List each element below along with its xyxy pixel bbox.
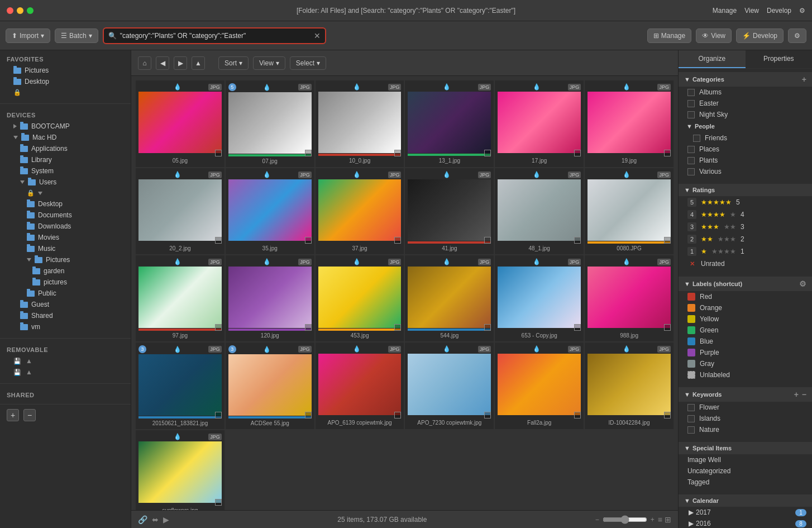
thumb-select-4[interactable] bbox=[574, 150, 581, 156]
sidebar-item-bootcamp[interactable]: BOOTCAMP bbox=[0, 121, 131, 132]
panel-item-nature[interactable]: Nature bbox=[679, 424, 812, 435]
list-view-icon[interactable]: ≡ bbox=[658, 515, 662, 524]
thumb-cell-23[interactable]: 💧JPGID-10042284.jpg bbox=[585, 343, 674, 429]
labels-settings-icon[interactable]: ⚙ bbox=[799, 279, 806, 288]
develop-button[interactable]: Develop bbox=[767, 7, 791, 15]
settings-icon[interactable]: ⚙ bbox=[799, 7, 805, 15]
panel-item-r4[interactable]: 4 ★★★★★ 4 bbox=[679, 208, 812, 221]
thumb-cell-9[interactable]: 💧JPG41.jpg bbox=[405, 168, 494, 254]
panel-item-friends[interactable]: Friends bbox=[679, 132, 812, 144]
thumb-select-0[interactable] bbox=[215, 150, 222, 156]
add-category-button[interactable]: + bbox=[802, 75, 806, 84]
sidebar-item-system[interactable]: System bbox=[0, 165, 131, 177]
manage-nav-button[interactable]: ⊞ Manage bbox=[647, 28, 691, 43]
islands-checkbox[interactable] bbox=[687, 415, 695, 422]
panel-item-unrated[interactable]: ✕ Unrated bbox=[679, 258, 812, 270]
thumb-select-21[interactable] bbox=[484, 412, 491, 418]
extra-button[interactable]: ⚙ bbox=[788, 28, 806, 43]
thumb-select-11[interactable] bbox=[664, 237, 671, 244]
sidebar-item-garden[interactable]: garden bbox=[0, 265, 131, 277]
thumb-select-3[interactable] bbox=[484, 150, 491, 156]
panel-item-blue[interactable]: Blue bbox=[679, 336, 812, 347]
thumb-select-19[interactable] bbox=[305, 412, 312, 418]
night-sky-checkbox[interactable] bbox=[687, 111, 695, 118]
sidebar-item-pictures2[interactable]: Pictures bbox=[0, 254, 131, 265]
sidebar-item-removable2[interactable]: 💾 ▲ bbox=[0, 367, 131, 378]
flower-checkbox[interactable] bbox=[687, 404, 695, 411]
view-button[interactable]: View bbox=[744, 7, 759, 15]
remove-sidebar-button[interactable]: − bbox=[23, 409, 36, 421]
add-keyword-button[interactable]: + bbox=[794, 390, 799, 399]
sidebar-item-lock2[interactable]: 🔒 bbox=[0, 188, 131, 198]
view-nav-button[interactable]: 👁 View bbox=[696, 28, 732, 43]
panel-item-unlabeled[interactable]: Unlabeled bbox=[679, 369, 812, 380]
panel-item-orange[interactable]: Orange bbox=[679, 302, 812, 313]
calendar-item-2017[interactable]: ▶ 2017 1 bbox=[679, 507, 812, 518]
sidebar-item-desktop[interactable]: Desktop bbox=[0, 76, 131, 87]
thumb-cell-24[interactable]: 💧JPGsunflowers.jpg bbox=[136, 430, 225, 510]
calendar-header[interactable]: ▼ Calendar bbox=[679, 494, 812, 507]
keywords-header[interactable]: ▼ Keywords + − bbox=[679, 387, 812, 402]
thumb-cell-6[interactable]: 💧JPG20_2.jpg bbox=[136, 168, 225, 254]
thumb-cell-4[interactable]: 💧JPG17.jpg bbox=[495, 80, 584, 167]
thumb-select-12[interactable] bbox=[215, 324, 222, 331]
special-item-tagged[interactable]: Tagged bbox=[679, 477, 812, 488]
search-bar[interactable]: 🔍 ✕ bbox=[103, 27, 326, 44]
plants-checkbox[interactable] bbox=[687, 157, 695, 164]
panel-item-easter[interactable]: Easter bbox=[679, 98, 812, 109]
link-icon[interactable]: 🔗 bbox=[138, 515, 147, 524]
panel-item-albums[interactable]: Albums bbox=[679, 87, 812, 98]
sidebar-item-removable1[interactable]: 💾 ▲ bbox=[0, 355, 131, 367]
thumb-cell-1[interactable]: 5💧JPG07.jpg bbox=[226, 80, 314, 167]
panel-item-plants[interactable]: Plants bbox=[679, 155, 812, 166]
thumb-cell-17[interactable]: 💧JPG988.jpg bbox=[585, 255, 674, 341]
panel-item-islands[interactable]: Islands bbox=[679, 413, 812, 424]
panel-item-r5[interactable]: 5 ★★★★★ 5 bbox=[679, 196, 812, 208]
panel-item-green[interactable]: Green bbox=[679, 325, 812, 336]
thumb-cell-14[interactable]: 💧JPG453.jpg bbox=[316, 255, 404, 341]
thumb-cell-7[interactable]: 💧JPG35.jpg bbox=[226, 168, 314, 254]
people-subheader[interactable]: ▼ People bbox=[679, 120, 812, 132]
thumb-cell-22[interactable]: 💧JPGFall2a.jpg bbox=[495, 343, 584, 429]
sidebar-item-users[interactable]: Users bbox=[0, 177, 131, 188]
easter-checkbox[interactable] bbox=[687, 100, 695, 107]
thumb-select-9[interactable] bbox=[484, 237, 491, 244]
thumb-cell-8[interactable]: 💧JPG37.jpg bbox=[316, 168, 404, 254]
various-checkbox[interactable] bbox=[687, 168, 695, 175]
special-item-image-well[interactable]: Image Well bbox=[679, 454, 812, 465]
albums-checkbox[interactable] bbox=[687, 89, 695, 96]
back-button[interactable]: ◀ bbox=[156, 56, 169, 70]
thumb-select-17[interactable] bbox=[664, 324, 671, 331]
panel-item-gray[interactable]: Gray bbox=[679, 358, 812, 369]
develop-nav-button[interactable]: ⚡ Develop bbox=[736, 28, 784, 43]
batch-button[interactable]: ☰ Batch ▾ bbox=[55, 28, 98, 43]
panel-item-purple[interactable]: Purple bbox=[679, 347, 812, 358]
panel-item-red[interactable]: Red bbox=[679, 291, 812, 302]
remove-keyword-button[interactable]: − bbox=[802, 390, 806, 399]
nature-checkbox[interactable] bbox=[687, 426, 695, 434]
sidebar-item-library[interactable]: Library bbox=[0, 154, 131, 165]
sidebar-item-applications[interactable]: Applications bbox=[0, 143, 131, 154]
special-items-header[interactable]: ▼ Special Items bbox=[679, 442, 812, 454]
friends-checkbox[interactable] bbox=[693, 135, 700, 142]
sort-button[interactable]: Sort ▾ bbox=[218, 56, 249, 70]
sidebar-item-guest[interactable]: Guest bbox=[0, 299, 131, 310]
compare-icon[interactable]: ⬌ bbox=[152, 515, 159, 524]
zoom-out-button[interactable]: − bbox=[595, 516, 599, 524]
thumb-cell-20[interactable]: 💧JPGAPO_6139 copiewtmk.jpg bbox=[316, 343, 404, 429]
thumb-cell-10[interactable]: 💧JPG48_1.jpg bbox=[495, 168, 584, 254]
up-button[interactable]: ▲ bbox=[192, 56, 205, 70]
sidebar-item-vm[interactable]: vm bbox=[0, 321, 131, 332]
ratings-header[interactable]: ▼ Ratings bbox=[679, 184, 812, 196]
manage-button[interactable]: Manage bbox=[713, 7, 737, 15]
tab-properties[interactable]: Properties bbox=[746, 50, 813, 68]
thumb-cell-3[interactable]: 💧JPG13_1.jpg bbox=[405, 80, 494, 167]
thumb-cell-18[interactable]: 3💧JPG20150621_183821.jpg bbox=[136, 343, 225, 429]
sidebar-item-documents[interactable]: Documents bbox=[0, 210, 131, 221]
thumb-select-18[interactable] bbox=[215, 412, 222, 418]
panel-item-various[interactable]: Various bbox=[679, 166, 812, 177]
panel-item-r1[interactable]: 1 ★★★★★ 1 bbox=[679, 245, 812, 258]
view-button[interactable]: View ▾ bbox=[253, 56, 285, 70]
thumb-select-14[interactable] bbox=[394, 324, 401, 331]
add-sidebar-button[interactable]: + bbox=[7, 409, 19, 421]
